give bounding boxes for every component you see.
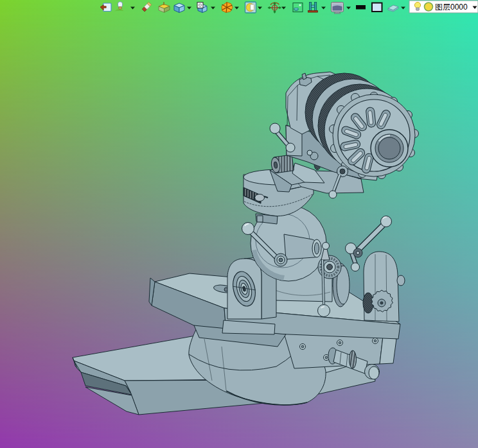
svg-text:图层0000: 图层0000	[435, 3, 468, 12]
